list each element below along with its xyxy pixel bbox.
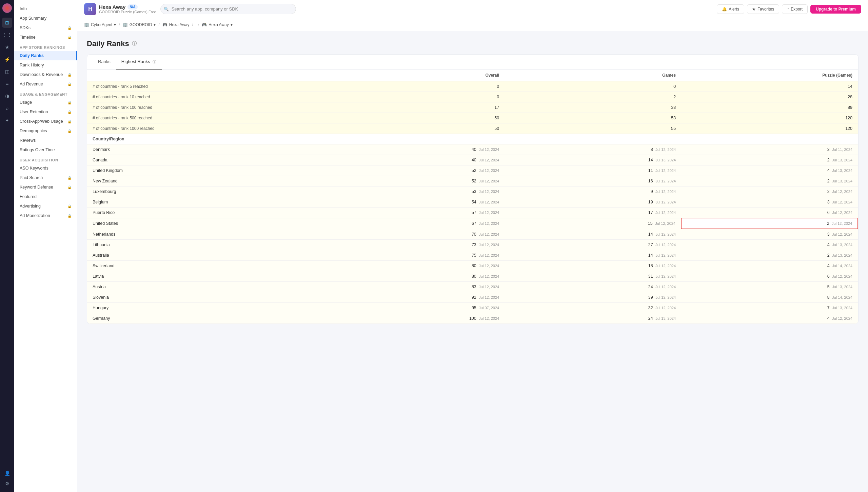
games-rank: 14 Jul 12, 2024 <box>505 229 681 240</box>
sidebar-item-daily-ranks[interactable]: Daily Ranks <box>14 51 77 60</box>
nav-compare[interactable]: ⋮⋮ <box>2 30 12 40</box>
games-rank: 11 Jul 12, 2024 <box>505 165 681 176</box>
country-name: Australia <box>87 250 328 261</box>
alerts-button[interactable]: 🔔 Alerts <box>717 4 744 14</box>
sidebar-item-timeline[interactable]: Timeline 🔒 <box>14 33 77 42</box>
lock-icon-adm: 🔒 <box>67 214 72 218</box>
overall-rank: 54 Jul 12, 2024 <box>328 197 505 208</box>
topbar: H Hexa Away N/A GOODROID Puzzle (Games) … <box>77 0 868 18</box>
info-icon[interactable]: ⓘ <box>132 41 137 47</box>
lock-icon-demo: 🔒 <box>67 129 72 133</box>
country-name: United States <box>87 218 328 229</box>
summary-overall: 0 <box>328 92 505 102</box>
sidebar-item-sdks[interactable]: SDKs 🔒 <box>14 23 77 33</box>
overall-rank: 92 Jul 12, 2024 <box>328 292 505 303</box>
table-row: Austria 83 Jul 12, 2024 24 Jul 12, 2024 … <box>87 282 858 292</box>
table-row: Switzerland 80 Jul 12, 2024 18 Jul 12, 2… <box>87 261 858 271</box>
nav-list[interactable]: ≡ <box>2 79 12 89</box>
summary-row: # of countries - rank 5 reached 0 0 14 <box>87 81 858 92</box>
company-icon-2: 🏢 <box>123 22 128 27</box>
chevron-down-icon-3: ▾ <box>231 22 233 27</box>
nav-settings[interactable]: ⚙ <box>2 478 12 489</box>
content: Daily Ranks ⓘ Ranks Highest Ranks ⓘ <box>77 31 868 492</box>
tab-bar: Ranks Highest Ranks ⓘ <box>87 55 858 70</box>
sidebar-item-rank-history[interactable]: Rank History <box>14 60 77 70</box>
breadcrumb-hexa-away[interactable]: 🎮 Hexa Away <box>162 22 190 27</box>
overall-rank: 40 Jul 12, 2024 <box>328 155 505 165</box>
breadcrumb-goodroid[interactable]: 🏢 GOODROID ▾ <box>123 22 156 27</box>
sidebar-item-ad-monetization[interactable]: Ad Monetization 🔒 <box>14 211 77 220</box>
summary-row: # of countries - rank 10 reached 0 2 28 <box>87 92 858 102</box>
sidebar-item-ratings[interactable]: Ratings Over Time <box>14 145 77 155</box>
col-header-overall: Overall <box>328 70 505 81</box>
tab-highest-ranks[interactable]: Highest Ranks ⓘ <box>116 55 162 70</box>
sidebar-item-cross-app[interactable]: Cross-App/Web Usage 🔒 <box>14 117 77 126</box>
sidebar-item-aso[interactable]: ASO Keywords <box>14 163 77 173</box>
game-icon-2: 🎮 <box>202 22 207 27</box>
breadcrumb-cyberagent[interactable]: 🏢 CyberAgent ▾ <box>84 22 116 27</box>
sidebar-item-usage[interactable]: Usage 🔒 <box>14 98 77 107</box>
sidebar-item-advertising[interactable]: Advertising 🔒 <box>14 201 77 211</box>
table-row: Slovenia 92 Jul 12, 2024 39 Jul 12, 2024… <box>87 292 858 303</box>
nav-idea[interactable]: ✦ <box>2 115 12 125</box>
sidebar-item-featured[interactable]: Featured <box>14 192 77 201</box>
sidebar-item-demographics[interactable]: Demographics 🔒 <box>14 126 77 136</box>
export-button[interactable]: ↑ Export <box>782 4 808 14</box>
company-icon: 🏢 <box>84 22 89 27</box>
summary-label: # of countries - rank 1000 reached <box>87 123 328 134</box>
sidebar-item-downloads-revenue[interactable]: Downloads & Revenue 🔒 <box>14 70 77 79</box>
lock-icon-cross: 🔒 <box>67 120 72 123</box>
summary-row: # of countries - rank 1000 reached 50 55… <box>87 123 858 134</box>
breadcrumb: 🏢 CyberAgent ▾ / 🏢 GOODROID ▾ / 🎮 Hexa A… <box>77 18 868 31</box>
export-icon: ↑ <box>787 7 789 12</box>
arrow-icon: → <box>196 22 200 27</box>
nav-home[interactable]: ⊞ <box>2 18 12 28</box>
star-icon: ★ <box>752 7 756 12</box>
overall-rank: 70 Jul 12, 2024 <box>328 229 505 240</box>
app-logo[interactable] <box>2 3 12 13</box>
games-rank: 19 Jul 12, 2024 <box>505 197 681 208</box>
summary-games: 53 <box>505 113 681 123</box>
table-row: Luxembourg 53 Jul 12, 2024 9 Jul 12, 202… <box>87 186 858 197</box>
nav-user[interactable]: 👤 <box>2 468 12 478</box>
sidebar-section-usage: Usage & Engagement <box>14 89 77 98</box>
country-name: Puerto Rico <box>87 208 328 218</box>
overall-rank: 80 Jul 12, 2024 <box>328 271 505 282</box>
sidebar-item-info[interactable]: Info <box>14 4 77 14</box>
nav-categories[interactable]: ◫ <box>2 66 12 77</box>
puzzle-rank: 2 Jul 13, 2024 <box>681 250 858 261</box>
overall-rank: 40 Jul 12, 2024 <box>328 144 505 155</box>
page-title: Daily Ranks ⓘ <box>87 39 859 48</box>
tab-ranks[interactable]: Ranks <box>93 55 116 70</box>
breadcrumb-hexa-away-2[interactable]: → 🎮 Hexa Away ▾ <box>196 22 233 27</box>
overall-rank: 53 Jul 12, 2024 <box>328 186 505 197</box>
sidebar-item-keyword-defense[interactable]: Keyword Defense 🔒 <box>14 182 77 192</box>
table-row: Hungary 95 Jul 07, 2024 32 Jul 12, 2024 … <box>87 303 858 313</box>
country-name: United Kingdom <box>87 165 328 176</box>
country-name: Austria <box>87 282 328 292</box>
game-icon: 🎮 <box>162 22 167 27</box>
search-input[interactable] <box>160 4 296 14</box>
nav-search2[interactable]: ⌕ <box>2 103 12 113</box>
sidebar-item-reviews[interactable]: Reviews <box>14 136 77 145</box>
lock-icon-sdks: 🔒 <box>67 26 72 30</box>
sidebar-item-ad-revenue[interactable]: Ad Revenue 🔒 <box>14 79 77 89</box>
summary-puzzle: 120 <box>681 113 858 123</box>
puzzle-rank: 4 Jul 13, 2024 <box>681 165 858 176</box>
sidebar-item-app-summary[interactable]: App Summary <box>14 14 77 23</box>
country-name: Belgium <box>87 197 328 208</box>
country-name: Lithuania <box>87 240 328 250</box>
table-row: Netherlands 70 Jul 12, 2024 14 Jul 12, 2… <box>87 229 858 240</box>
sidebar-item-paid-search[interactable]: Paid Search 🔒 <box>14 173 77 182</box>
games-rank: 15 Jul 12, 2024 <box>505 218 681 229</box>
premium-button[interactable]: Upgrade to Premium <box>810 5 861 14</box>
games-rank: 39 Jul 12, 2024 <box>505 292 681 303</box>
games-rank: 24 Jul 12, 2024 <box>505 282 681 292</box>
sidebar-item-user-retention[interactable]: User Retention 🔒 <box>14 107 77 117</box>
nav-pulse[interactable]: ⚡ <box>2 54 12 64</box>
country-region-header: Country/Region <box>87 134 858 144</box>
games-rank: 17 Jul 12, 2024 <box>505 208 681 218</box>
favorites-button[interactable]: ★ Favorites <box>747 4 779 14</box>
nav-chart[interactable]: ◑ <box>2 91 12 101</box>
nav-favorites[interactable]: ★ <box>2 42 12 52</box>
